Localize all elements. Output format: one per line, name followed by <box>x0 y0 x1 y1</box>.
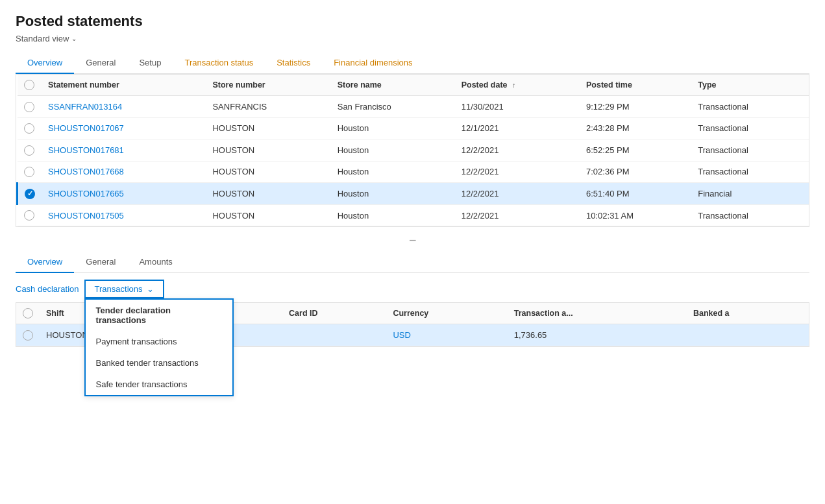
type-cell: Transactional <box>691 117 809 139</box>
resize-handle[interactable]: ⎯ <box>16 227 809 244</box>
posted-time-cell: 10:02:31 AM <box>580 204 691 226</box>
posted-time-cell: 9:12:29 PM <box>580 96 691 118</box>
chevron-down-icon: ⌄ <box>147 284 154 294</box>
tab-financial-dimensions[interactable]: Financial dimensions <box>322 53 424 74</box>
store-number-cell: HOUSTON <box>206 139 330 162</box>
store-name-cell: Houston <box>331 139 455 162</box>
page-title: Posted statements <box>16 13 809 30</box>
table-row[interactable]: SHOUSTON017067 HOUSTON Houston 12/1/2021… <box>18 117 809 139</box>
row-checkbox[interactable] <box>24 102 34 112</box>
chevron-down-icon: ⌄ <box>71 35 77 42</box>
col-banked-a: Banked a <box>687 303 809 324</box>
statement-number-link[interactable]: SSANFRAN013164 <box>48 102 122 112</box>
statement-number-link[interactable]: SHOUSTON017665 <box>48 189 124 198</box>
transactions-dropdown-container: Transactions ⌄ Tender declaration transa… <box>84 280 164 298</box>
dropdown-item-payment[interactable]: Payment transactions <box>86 331 232 352</box>
bottom-select-all-header[interactable] <box>16 303 40 324</box>
transaction-amount-cell: 1,736.65 <box>508 324 687 346</box>
tab-transaction-status[interactable]: Transaction status <box>173 53 265 74</box>
posted-date-cell: 12/2/2021 <box>455 204 580 226</box>
tab-general[interactable]: General <box>74 53 127 74</box>
row-checkbox[interactable] <box>24 210 34 221</box>
currency-link[interactable]: USD <box>393 330 410 340</box>
banked-a-cell <box>687 324 809 346</box>
store-number-cell: HOUSTON <box>206 204 330 226</box>
store-name-cell: Houston <box>331 204 455 226</box>
dropdown-item-banked-tender[interactable]: Banked tender transactions <box>86 352 232 374</box>
card-id-cell <box>282 324 386 346</box>
table-row[interactable]: SHOUSTON017681 HOUSTON Houston 12/2/2021… <box>18 139 809 162</box>
select-all-header[interactable] <box>18 75 42 96</box>
col-posted-date[interactable]: Posted date ↑ <box>455 75 580 96</box>
type-cell: Transactional <box>691 161 809 183</box>
posted-date-cell: 11/30/2021 <box>455 96 580 118</box>
transactions-button[interactable]: Transactions ⌄ <box>84 280 164 298</box>
store-number-cell: HOUSTON <box>206 161 330 183</box>
type-cell: Transactional <box>691 96 809 118</box>
col-card-id: Card ID <box>282 303 386 324</box>
bottom-tab-overview[interactable]: Overview <box>16 252 74 273</box>
store-name-cell: Houston <box>331 117 455 139</box>
store-number-cell: SANFRANCIS <box>206 96 330 118</box>
table-row[interactable]: SHOUSTON017668 HOUSTON Houston 12/2/2021… <box>18 161 809 183</box>
dropdown-item-safe-tender[interactable]: Safe tender transactions <box>86 374 232 395</box>
tab-overview[interactable]: Overview <box>16 53 74 74</box>
type-cell: Transactional <box>691 204 809 226</box>
bottom-tab-amounts[interactable]: Amounts <box>127 252 184 273</box>
dropdown-item-tender-declaration[interactable]: Tender declaration transactions <box>86 300 232 331</box>
row-checkbox[interactable] <box>24 123 34 134</box>
posted-date-cell: 12/2/2021 <box>455 161 580 183</box>
table-row[interactable]: SSANFRAN013164 SANFRANCIS San Francisco … <box>18 96 809 118</box>
bottom-toolbar: Cash declaration Transactions ⌄ Tender d… <box>16 273 809 302</box>
statement-number-link[interactable]: SHOUSTON017681 <box>48 145 124 155</box>
table-row-selected[interactable]: SHOUSTON017665 HOUSTON Houston 12/2/2021… <box>18 183 809 205</box>
col-transaction-amount: Transaction a... <box>508 303 687 324</box>
tab-statistics[interactable]: Statistics <box>265 53 322 74</box>
bottom-section: Overview General Amounts Cash declaratio… <box>16 249 809 347</box>
bottom-row-checkbox[interactable] <box>23 330 33 341</box>
statement-number-link[interactable]: SHOUSTON017067 <box>48 123 124 133</box>
cash-declaration-link[interactable]: Cash declaration <box>16 284 79 294</box>
posted-date-cell: 12/2/2021 <box>455 139 580 162</box>
posted-time-cell: 6:52:25 PM <box>580 139 691 162</box>
table-row[interactable]: SHOUSTON017505 HOUSTON Houston 12/2/2021… <box>18 204 809 226</box>
currency-cell: USD <box>386 324 507 346</box>
col-store-name: Store name <box>331 75 455 96</box>
posted-date-cell: 12/1/2021 <box>455 117 580 139</box>
statements-table: Statement number Store number Store name… <box>16 75 809 226</box>
view-selector[interactable]: Standard view ⌄ <box>16 34 809 43</box>
col-store-number: Store number <box>206 75 330 96</box>
store-number-cell: HOUSTON <box>206 183 330 205</box>
store-name-cell: San Francisco <box>331 96 455 118</box>
posted-time-cell: 6:51:40 PM <box>580 183 691 205</box>
col-posted-time: Posted time <box>580 75 691 96</box>
top-tab-bar: Overview General Setup Transaction statu… <box>16 53 809 74</box>
row-checkbox[interactable] <box>24 145 34 156</box>
top-table-section: Statement number Store number Store name… <box>16 74 809 227</box>
store-name-cell: Houston <box>331 161 455 183</box>
posted-time-cell: 2:43:28 PM <box>580 117 691 139</box>
tab-setup[interactable]: Setup <box>127 53 173 74</box>
col-type: Type <box>691 75 809 96</box>
row-checkbox[interactable] <box>24 167 34 177</box>
store-name-cell: Houston <box>331 183 455 205</box>
posted-time-cell: 7:02:36 PM <box>580 161 691 183</box>
statement-number-link[interactable]: SHOUSTON017668 <box>48 167 124 176</box>
col-statement-number: Statement number <box>42 75 206 96</box>
posted-date-cell: 12/2/2021 <box>455 183 580 205</box>
bottom-tab-bar: Overview General Amounts <box>16 252 809 273</box>
statement-number-link[interactable]: SHOUSTON017505 <box>48 211 124 221</box>
col-currency: Currency <box>386 303 507 324</box>
row-checkbox-checked[interactable] <box>25 189 35 199</box>
bottom-select-all-checkbox[interactable] <box>23 308 33 318</box>
type-cell: Transactional <box>691 139 809 162</box>
bottom-tab-general[interactable]: General <box>74 252 127 273</box>
select-all-checkbox[interactable] <box>24 80 34 90</box>
transactions-dropdown-menu: Tender declaration transactions Payment … <box>84 298 234 396</box>
type-cell: Financial <box>691 183 809 205</box>
view-selector-label: Standard view <box>16 34 69 43</box>
transactions-button-label: Transactions <box>95 284 143 294</box>
store-number-cell: HOUSTON <box>206 117 330 139</box>
sort-icon: ↑ <box>512 81 516 89</box>
